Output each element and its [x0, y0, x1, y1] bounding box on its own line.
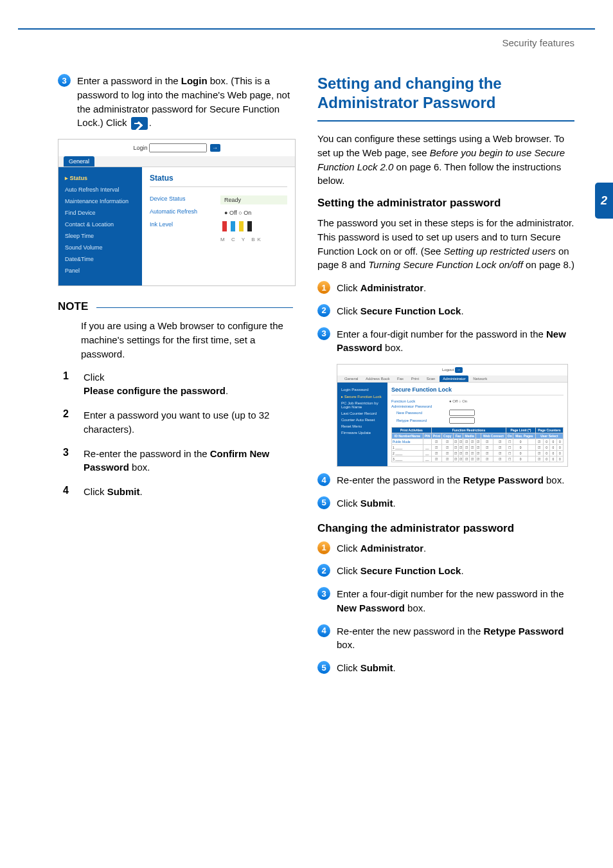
ss1-v: Ready	[220, 195, 287, 204]
text: Please configure the password	[84, 385, 226, 396]
ss1-k: Automatic Refresh	[150, 208, 220, 217]
step-badge-5: 5	[317, 496, 330, 509]
subheading-setting: Setting the administrator password	[317, 197, 574, 210]
ss2-label: Administrator Password	[391, 404, 449, 408]
text: Administrator	[360, 282, 423, 293]
step-badge-2: 2	[317, 304, 330, 317]
text: .	[423, 543, 426, 554]
text: Re-enter the password in the	[84, 448, 210, 459]
ss1-k: Ink Level	[150, 221, 220, 233]
text: Click	[84, 486, 107, 497]
login-bold: Login	[181, 75, 208, 86]
ss2-side-item[interactable]: Last Counter Record	[341, 410, 384, 417]
note-block: NOTE If you are using a Web browser to c…	[58, 300, 296, 499]
screenshot-sfl-page: Logout → General Address Book Fax Print …	[317, 364, 574, 467]
text: Click	[337, 565, 360, 576]
sidebar-item[interactable]: Find Device	[65, 207, 136, 219]
ss1-tab-general[interactable]: General	[64, 156, 94, 167]
sidebar-item[interactable]: Sleep Time	[65, 230, 136, 242]
ss2-tab[interactable]: Scan	[423, 375, 439, 382]
ss2-tab[interactable]: Administrator	[440, 375, 468, 382]
text: .	[461, 305, 463, 316]
text: .	[461, 565, 463, 576]
text: Submit	[360, 662, 393, 673]
header-section: Security features	[0, 30, 613, 48]
go-arrow-icon	[131, 117, 148, 130]
text: Enter a four-digit number for the new pa…	[337, 588, 564, 599]
sidebar-item[interactable]: Auto Refresh Interval	[65, 184, 136, 195]
ss2-logout[interactable]: Logout	[442, 368, 454, 372]
step-badge-3: 3	[317, 587, 330, 600]
sidebar-item[interactable]: Date&Time	[65, 253, 136, 265]
sidebar-item[interactable]: Maintenance Information	[65, 195, 136, 207]
step-badge-1: 1	[317, 541, 330, 554]
text: Enter a password you want to use (up to …	[84, 408, 296, 437]
chapter-tab: 2	[595, 183, 613, 219]
sidebar-item[interactable]: Sound Volume	[65, 242, 136, 253]
ss2-newpass-input[interactable]	[449, 410, 475, 416]
note-rule	[96, 307, 293, 308]
step-badge-2: 2	[317, 564, 330, 577]
ss2-side-item[interactable]: Firmware Update	[341, 429, 384, 436]
text: Click	[337, 498, 360, 509]
ss2-label: New Password	[391, 411, 449, 415]
screenshot-status-page: Login → General ▸ Status Auto Refresh In…	[58, 139, 296, 286]
text: .	[393, 662, 396, 673]
step-badge-4: 4	[317, 473, 330, 486]
text: Secure Function Lock	[360, 565, 461, 576]
ss2-side-item[interactable]: Login Password	[341, 386, 384, 393]
xref[interactable]: Turning Secure Function Lock on/off	[368, 259, 523, 270]
text: Secure Function Lock	[360, 305, 461, 316]
ss2-tab[interactable]: Network	[470, 375, 490, 382]
xref[interactable]: Setting up restricted users	[444, 246, 556, 257]
note-body: If you are using a Web browser to config…	[81, 319, 296, 361]
step-badge-3: 3	[58, 74, 71, 87]
ss2-tab[interactable]: Address Book	[362, 375, 393, 382]
text: Click	[337, 543, 360, 554]
ss2-label: Retype Password	[391, 419, 449, 422]
subheading-changing: Changing the administrator password	[317, 522, 574, 535]
ss2-side-item[interactable]: Reset Menu	[341, 423, 384, 429]
step-badge-1: 1	[317, 281, 330, 294]
ss2-tab[interactable]: General	[341, 375, 361, 382]
note-step-num: 4	[63, 485, 84, 496]
sidebar-item[interactable]: Contact & Location	[65, 219, 136, 230]
note-title: NOTE	[58, 300, 296, 313]
sidebar-item[interactable]: ▸ Status	[65, 172, 136, 184]
ss2-side-item[interactable]: PC Job Restriction by Login Name	[341, 400, 384, 410]
text: on page 8.)	[523, 259, 574, 270]
note-step-num: 2	[63, 408, 84, 420]
ss2-tab[interactable]: Print	[408, 375, 422, 382]
sub1-para: The password you set in these steps is f…	[317, 216, 574, 272]
ss2-tab[interactable]: Fax	[394, 375, 407, 382]
left-column: 3 Enter a password in the Login box. (Th…	[58, 74, 296, 684]
text: Enter a four-digit number for the passwo…	[337, 329, 546, 339]
text: Administrator	[360, 543, 423, 554]
ss2-val: ● Off ○ On	[449, 399, 467, 403]
sidebar-item[interactable]: Panel	[65, 265, 136, 276]
note-step-num: 3	[63, 447, 84, 458]
intro-para: You can configure these settings using a…	[317, 132, 574, 188]
text: New Password	[337, 602, 405, 613]
text: .	[393, 498, 396, 509]
text: Enter a password in the	[77, 75, 181, 86]
text: .	[423, 282, 426, 293]
text: Click	[337, 282, 360, 293]
text: Re-enter the password in the	[337, 475, 463, 485]
text: box.	[382, 342, 404, 353]
ss1-login-input[interactable]	[149, 143, 207, 152]
page: Security features 2 3 Enter a password i…	[0, 28, 613, 868]
text: Click	[337, 662, 360, 673]
step-badge-5: 5	[317, 661, 330, 674]
ss2-side-item[interactable]: ▸ Secure Function Lock	[341, 393, 384, 400]
ink-legend: M C Y BK	[220, 237, 263, 242]
ss1-k: Device Status	[150, 195, 220, 204]
note-step-num: 1	[63, 370, 84, 382]
ss1-v: ● Off ○ On	[220, 208, 287, 217]
text: Re-enter the new password in the	[337, 626, 483, 637]
ss2-side-item[interactable]: Counter Auto Reset	[341, 417, 384, 423]
ss2-retype-input[interactable]	[449, 417, 475, 424]
ss2-table: Print ActivitiesFunction RestrictionsPag…	[391, 427, 564, 462]
ss1-go-button[interactable]: →	[210, 144, 220, 152]
step-badge-3: 3	[317, 327, 330, 340]
